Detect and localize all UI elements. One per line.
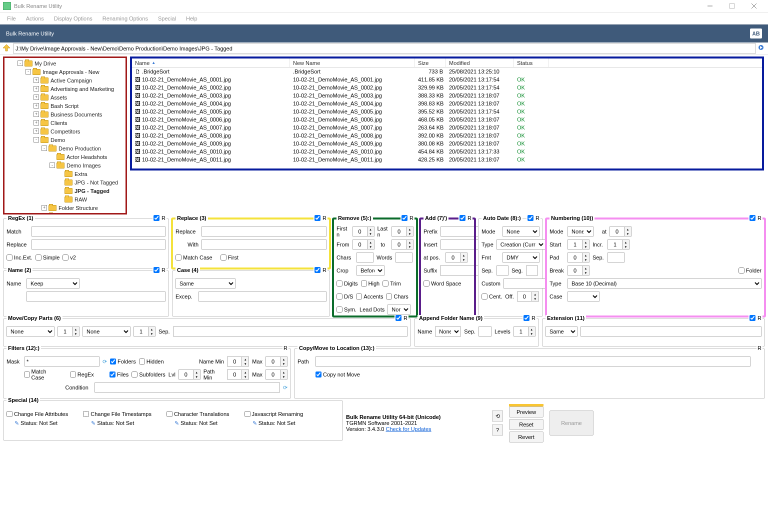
autodate-seg-input[interactable] bbox=[526, 266, 538, 276]
filters-namemax-input[interactable] bbox=[266, 357, 280, 366]
tree-node[interactable]: -Demo Images bbox=[6, 161, 124, 170]
numbering-incr-input[interactable] bbox=[608, 240, 622, 249]
close-button[interactable] bbox=[743, 0, 765, 12]
movecopy-n2[interactable] bbox=[134, 327, 148, 336]
tree-node[interactable]: +Advertising and Marketing bbox=[6, 84, 124, 93]
tree-expand-icon[interactable]: + bbox=[34, 86, 39, 92]
remove-high-check[interactable] bbox=[361, 280, 367, 286]
numbering-pad-input[interactable] bbox=[568, 253, 582, 262]
appendfolder-enable-check[interactable] bbox=[524, 315, 530, 321]
col-size[interactable]: Size bbox=[415, 58, 446, 67]
regex-match-input[interactable] bbox=[32, 226, 166, 236]
tree-expand-icon[interactable]: - bbox=[50, 162, 55, 168]
filters-condition-input[interactable] bbox=[94, 382, 280, 392]
filters-matchcase-check[interactable] bbox=[24, 372, 30, 378]
movecopy-enable-check[interactable] bbox=[396, 315, 402, 321]
regex-replace-input[interactable] bbox=[32, 240, 166, 250]
minimize-button[interactable] bbox=[699, 0, 721, 12]
filters-pathmax-input[interactable] bbox=[266, 370, 280, 379]
tree-node[interactable]: +Business Documents bbox=[6, 110, 124, 118]
numbering-mode-select[interactable]: None bbox=[568, 226, 594, 236]
reset-r12[interactable]: R bbox=[284, 345, 288, 351]
tree-node[interactable]: +Assets bbox=[6, 93, 124, 102]
numbering-enable-check[interactable] bbox=[750, 215, 756, 221]
tree-expand-icon[interactable]: - bbox=[34, 137, 39, 142]
replace-first-check[interactable] bbox=[220, 254, 226, 260]
replace-matchcase-check[interactable] bbox=[176, 254, 182, 260]
path-go-icon[interactable] bbox=[758, 44, 766, 52]
name-mode-select[interactable]: Keep bbox=[26, 278, 80, 288]
table-row[interactable]: 🖼10-02-21_DemoMovie_AS_0001.jpg10-02-21_… bbox=[132, 76, 762, 84]
remove-firstn-input[interactable] bbox=[353, 227, 367, 236]
extension-input[interactable] bbox=[580, 326, 762, 336]
special-ct-check[interactable] bbox=[166, 411, 172, 417]
filters-mask-input[interactable] bbox=[24, 356, 100, 366]
tree-node[interactable]: +Active Campaign bbox=[6, 76, 124, 84]
autodate-cent-check[interactable] bbox=[482, 294, 488, 300]
case-enable-check[interactable] bbox=[314, 267, 320, 273]
tree-node[interactable]: +Folder Structure bbox=[6, 204, 124, 212]
reset-r[interactable]: R bbox=[162, 215, 166, 221]
tree-expand-icon[interactable]: + bbox=[34, 128, 39, 134]
tree-node[interactable]: -Image Approvals - New bbox=[6, 68, 124, 76]
table-row[interactable]: 🖼10-02-21_DemoMovie_AS_0011.jpg10-02-21_… bbox=[132, 156, 762, 164]
appendfolder-sep-input[interactable] bbox=[478, 326, 492, 336]
tree-node[interactable]: Reports bbox=[6, 212, 124, 214]
remove-accents-check[interactable] bbox=[356, 294, 362, 300]
preview-button[interactable]: Preview bbox=[509, 406, 544, 418]
numbering-break-input[interactable] bbox=[568, 266, 582, 275]
filters-files-check[interactable] bbox=[110, 372, 116, 378]
browse-folder-icon[interactable] bbox=[754, 358, 762, 365]
col-newname[interactable]: New Name bbox=[290, 58, 415, 67]
refresh2-icon[interactable]: ⟳ bbox=[283, 384, 288, 391]
autodate-sep-input[interactable] bbox=[496, 266, 508, 276]
autodate-enable-check[interactable] bbox=[528, 215, 534, 221]
filters-folders-check[interactable] bbox=[110, 358, 116, 364]
col-name[interactable]: Name▲ bbox=[132, 58, 290, 67]
name-text-input[interactable] bbox=[26, 292, 166, 302]
remove-words-input[interactable] bbox=[396, 252, 412, 262]
tree-node[interactable]: RAW bbox=[6, 195, 124, 204]
movecopy-sel1[interactable]: None bbox=[6, 326, 54, 336]
add-atpos-input[interactable] bbox=[446, 253, 460, 262]
appendfolder-name-select[interactable]: None bbox=[435, 326, 461, 336]
table-row[interactable]: 🖼10-02-21_DemoMovie_AS_0004.jpg10-02-21_… bbox=[132, 100, 762, 108]
tree-expand-icon[interactable]: + bbox=[34, 103, 39, 108]
appendfolder-levels-input[interactable] bbox=[514, 327, 528, 336]
tree-node[interactable]: JPG - Tagged bbox=[6, 186, 124, 195]
tree-expand-icon[interactable]: - bbox=[18, 60, 23, 66]
tree-node[interactable]: Actor Headshots bbox=[6, 152, 124, 161]
tree-expand-icon[interactable]: + bbox=[34, 120, 39, 126]
table-row[interactable]: 🖼10-02-21_DemoMovie_AS_0009.jpg10-02-21_… bbox=[132, 140, 762, 148]
tree-expand-icon[interactable]: + bbox=[34, 94, 39, 100]
tree-node[interactable]: +Clients bbox=[6, 118, 124, 127]
col-modified[interactable]: Modified bbox=[446, 58, 514, 67]
special-cfa-check[interactable] bbox=[6, 411, 12, 417]
autodate-mode-select[interactable]: None bbox=[502, 226, 540, 236]
regex-incext-check[interactable] bbox=[6, 254, 12, 260]
reset-r5[interactable]: R bbox=[410, 215, 414, 221]
filters-regex-check[interactable] bbox=[70, 372, 76, 378]
path-input[interactable] bbox=[13, 44, 756, 54]
numbering-folder-check[interactable] bbox=[738, 268, 744, 274]
table-row[interactable]: 🖼10-02-21_DemoMovie_AS_0005.jpg10-02-21_… bbox=[132, 108, 762, 116]
reset-r4[interactable]: R bbox=[322, 267, 326, 273]
case-excep-input[interactable] bbox=[198, 292, 326, 302]
tree-expand-icon[interactable]: + bbox=[42, 205, 47, 210]
reset-r13[interactable]: R bbox=[758, 345, 762, 351]
folder-tree[interactable]: -My Drive-Image Approvals - New+Active C… bbox=[3, 56, 127, 214]
add-wordspace-check[interactable] bbox=[424, 280, 430, 286]
tree-node[interactable]: -Demo Production bbox=[6, 144, 124, 152]
menu-actions[interactable]: Actions bbox=[21, 14, 49, 24]
numbering-sep-input[interactable] bbox=[608, 252, 624, 262]
table-row[interactable]: 🖼10-02-21_DemoMovie_AS_0002.jpg10-02-21_… bbox=[132, 84, 762, 92]
remove-sym-check[interactable] bbox=[336, 306, 342, 312]
remove-from-input[interactable] bbox=[353, 240, 367, 249]
remove-leaddots-select[interactable]: None bbox=[388, 304, 410, 314]
filters-namemin-input[interactable] bbox=[228, 357, 242, 366]
check-updates-link[interactable]: Check for Updates bbox=[386, 426, 432, 432]
tree-expand-icon[interactable]: - bbox=[42, 146, 47, 151]
special-cft-check[interactable] bbox=[83, 411, 89, 417]
file-list[interactable]: Name▲ New Name Size Modified Status 🗋.Br… bbox=[130, 56, 764, 170]
tree-expand-icon[interactable]: + bbox=[34, 112, 39, 117]
